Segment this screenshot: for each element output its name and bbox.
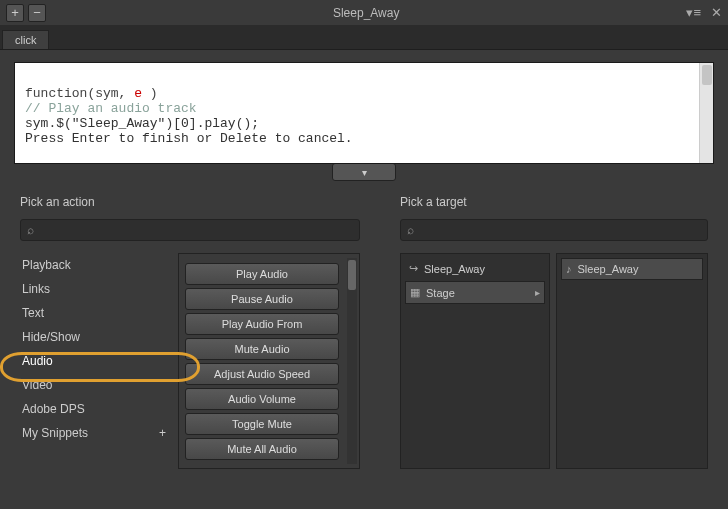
target-list: ↪ Sleep_Away ▦ Stage ▸ bbox=[400, 253, 550, 469]
code-line-4: Press Enter to finish or Delete to cance… bbox=[25, 131, 353, 146]
action-search-input[interactable]: ⌕ bbox=[20, 219, 360, 241]
category-my-snippets[interactable]: My Snippets + bbox=[20, 421, 170, 445]
tab-click[interactable]: click bbox=[2, 30, 49, 49]
window-titlebar: + − Sleep_Away ▾≡ ✕ bbox=[0, 0, 728, 26]
code-editor[interactable]: function(sym, e ) // Play an audio track… bbox=[14, 62, 714, 164]
category-adobe-dps[interactable]: Adobe DPS bbox=[20, 397, 170, 421]
return-icon: ↪ bbox=[409, 262, 418, 275]
remove-button[interactable]: − bbox=[28, 4, 46, 22]
action-pause-audio[interactable]: Pause Audio bbox=[185, 288, 339, 310]
chevron-right-icon: ▸ bbox=[535, 287, 540, 298]
category-my-snippets-label: My Snippets bbox=[22, 426, 88, 440]
code-line-1c: ) bbox=[142, 86, 158, 101]
action-toggle-mute[interactable]: Toggle Mute bbox=[185, 413, 339, 435]
category-text[interactable]: Text bbox=[20, 301, 170, 325]
action-adjust-audio-speed[interactable]: Adjust Audio Speed bbox=[185, 363, 339, 385]
action-list-panel: Play Audio Pause Audio Play Audio From M… bbox=[178, 253, 360, 469]
code-line-2: // Play an audio track bbox=[25, 101, 197, 116]
action-scroll-thumb[interactable] bbox=[348, 260, 356, 290]
category-audio[interactable]: Audio bbox=[20, 349, 170, 373]
pick-target-panel: Pick a target ⌕ ↪ Sleep_Away ▦ Stage ▸ ♪… bbox=[400, 195, 708, 469]
code-line-1a: function(sym, bbox=[25, 86, 134, 101]
category-hide-show[interactable]: Hide/Show bbox=[20, 325, 170, 349]
search-icon: ⌕ bbox=[407, 223, 414, 237]
action-scrollbar[interactable] bbox=[347, 258, 357, 464]
window-title: Sleep_Away bbox=[46, 6, 686, 20]
pick-action-panel: Pick an action ⌕ Playback Links Text Hid… bbox=[20, 195, 360, 469]
expand-panel-button[interactable]: ▾ bbox=[332, 163, 396, 181]
target-search-input[interactable]: ⌕ bbox=[400, 219, 708, 241]
action-category-list: Playback Links Text Hide/Show Audio Vide… bbox=[20, 253, 170, 469]
action-mute-audio[interactable]: Mute Audio bbox=[185, 338, 339, 360]
target-label: Sleep_Away bbox=[578, 263, 639, 275]
stage-icon: ▦ bbox=[410, 286, 420, 299]
add-snippet-icon[interactable]: + bbox=[159, 426, 166, 440]
add-button[interactable]: + bbox=[6, 4, 24, 22]
action-audio-volume[interactable]: Audio Volume bbox=[185, 388, 339, 410]
action-play-audio-from[interactable]: Play Audio From bbox=[185, 313, 339, 335]
target-sub-sleep-away[interactable]: ♪ Sleep_Away bbox=[561, 258, 703, 280]
close-icon[interactable]: ✕ bbox=[711, 5, 722, 20]
editor-scroll-thumb[interactable] bbox=[702, 65, 712, 85]
code-line-1b: e bbox=[134, 86, 142, 101]
target-stage[interactable]: ▦ Stage ▸ bbox=[405, 281, 545, 304]
target-label: Sleep_Away bbox=[424, 263, 485, 275]
editor-scrollbar[interactable] bbox=[699, 63, 713, 163]
action-mute-all-audio[interactable]: Mute All Audio bbox=[185, 438, 339, 460]
category-links[interactable]: Links bbox=[20, 277, 170, 301]
target-label: Stage bbox=[426, 287, 455, 299]
code-line-3: sym.$("Sleep_Away")[0].play(); bbox=[25, 116, 259, 131]
category-playback[interactable]: Playback bbox=[20, 253, 170, 277]
pick-action-heading: Pick an action bbox=[20, 195, 360, 209]
category-video[interactable]: Video bbox=[20, 373, 170, 397]
target-sublist: ♪ Sleep_Away bbox=[556, 253, 708, 469]
window-menu-icon[interactable]: ▾≡ bbox=[686, 5, 701, 20]
target-sleep-away[interactable]: ↪ Sleep_Away bbox=[405, 258, 545, 279]
action-play-audio[interactable]: Play Audio bbox=[185, 263, 339, 285]
tabs-row: click bbox=[0, 26, 728, 50]
search-icon: ⌕ bbox=[27, 223, 34, 237]
audio-icon: ♪ bbox=[566, 263, 572, 275]
pick-target-heading: Pick a target bbox=[400, 195, 708, 209]
